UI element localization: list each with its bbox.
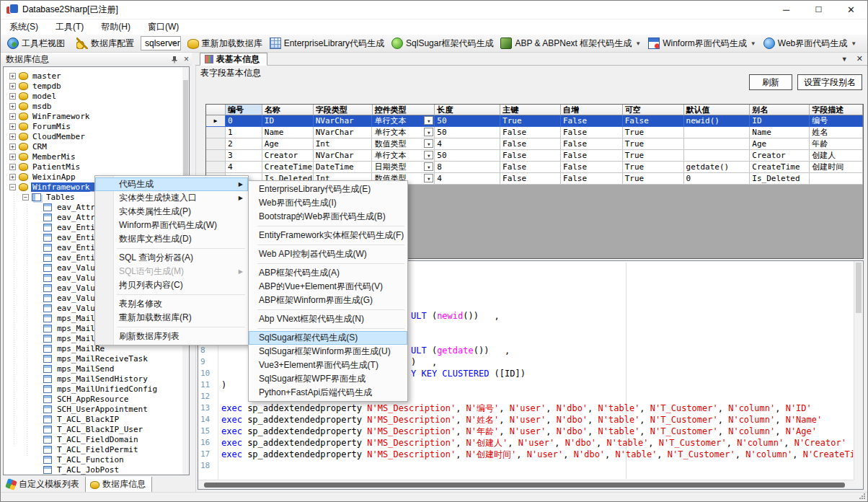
expand-icon[interactable]: + xyxy=(9,144,16,150)
context-menu-item-4[interactable]: 数据库文档生成(D) xyxy=(95,232,248,246)
panel-close-icon[interactable]: × xyxy=(184,54,189,64)
grid-col-控件类型[interactable]: 控件类型 xyxy=(373,105,435,115)
expand-icon[interactable]: + xyxy=(9,103,16,110)
tree-table-T_ACL_BlackIP[interactable]: T_ACL_BlackIP xyxy=(43,414,120,424)
menu-item-2[interactable]: 帮助(H) xyxy=(92,19,139,35)
toolbar-button-工具栏视图[interactable]: 工具栏视图 xyxy=(4,36,68,51)
control-type-dropdown[interactable]: ▼ xyxy=(424,128,433,136)
tree-table-SCH_UserAppointment[interactable]: SCH_UserAppointment xyxy=(43,404,149,414)
toolbar-button-Winform界面代码生成[interactable]: Winform界面代码生成▼ xyxy=(645,36,760,51)
tree-db-PatientMis[interactable]: +PatientMis xyxy=(9,162,81,172)
collapse-icon[interactable]: − xyxy=(22,194,29,201)
table-row-2[interactable]: 2AgeInt数值类型▼4FalseFalseTrueAge年龄 xyxy=(206,138,863,150)
context-menu-item-1[interactable]: 实体类生成快速入口▶ xyxy=(95,191,248,205)
expand-icon[interactable]: + xyxy=(9,174,16,180)
context-menu-item-6[interactable]: SQL 查询分析器(A) xyxy=(95,251,248,265)
tree-table-T_ACL_FieldPermit[interactable]: T_ACL_FieldPermit xyxy=(43,444,140,454)
tree-db-master[interactable]: +master xyxy=(9,71,63,81)
submenu-item-8[interactable]: ABP框架代码生成(A) xyxy=(249,266,407,280)
tab-table-info[interactable]: 表基本信息 xyxy=(200,53,267,66)
maximize-button[interactable]: ☐ xyxy=(802,1,835,19)
table-row-1[interactable]: 1NameNVarChar单行文本▼50FalseFalseTrueName姓名 xyxy=(206,127,863,138)
control-type-dropdown[interactable]: ▼ xyxy=(424,139,433,148)
context-menu-item-8[interactable]: 拷贝列表内容(C) xyxy=(95,278,248,292)
menu-item-1[interactable]: 工具(T) xyxy=(47,19,92,35)
grid-col-主键[interactable]: 主键 xyxy=(500,105,561,115)
expand-icon[interactable]: + xyxy=(9,73,16,79)
grid-row-header[interactable] xyxy=(206,105,226,115)
tree-db-CRM[interactable]: +CRM xyxy=(9,141,48,151)
resize-grip[interactable] xyxy=(859,493,866,500)
toolbar-button-Web界面代码生成[interactable]: Web界面代码生成▼ xyxy=(760,36,860,51)
submenu-item-10[interactable]: ABP框架Winform界面生成(G) xyxy=(249,294,407,307)
expand-icon[interactable]: + xyxy=(9,133,16,140)
toolbar-button-EnterpriseLibrary代码生成[interactable]: EnterpriseLibrary代码生成 xyxy=(266,36,388,51)
tree-table-T_ACL_Function[interactable]: T_ACL_Function xyxy=(43,454,125,464)
submenu-item-1[interactable]: Web界面代码生成(I) xyxy=(249,196,407,210)
tree-table-mps_MailSendHistory[interactable]: mps_MailSendHistory xyxy=(43,374,149,384)
tree-table-T_ACL_BlackIP_User[interactable]: T_ACL_BlackIP_User xyxy=(43,424,144,434)
grid-col-名称[interactable]: 名称 xyxy=(262,105,314,115)
tree-table-mps_MailReceiveTask[interactable]: mps_MailReceiveTask xyxy=(43,353,149,364)
sql-vscrollbar[interactable] xyxy=(854,261,863,480)
tree-tables-node[interactable]: −Tables xyxy=(22,192,76,202)
submenu-item-9[interactable]: ABP的Vue+Element界面代码(V) xyxy=(249,280,407,294)
grid-col-编号[interactable]: 编号 xyxy=(226,105,262,115)
table-row-4[interactable]: 4CreateTimeDateTime日期类型▼8FalseFalseTrueg… xyxy=(206,162,863,173)
control-type-dropdown[interactable]: ▼ xyxy=(424,151,433,159)
submenu-item-6[interactable]: Web API控制器代码生成(W) xyxy=(249,247,407,261)
context-menu-item-13[interactable]: 刷新数据库列表 xyxy=(95,330,248,343)
submenu-item-18[interactable]: Python+FastApi后端代码生成 xyxy=(249,386,407,400)
grid-col-字段类型[interactable]: 字段类型 xyxy=(314,105,373,115)
control-type-dropdown[interactable]: ▼ xyxy=(424,174,433,182)
tree-db-msdb[interactable]: +msdb xyxy=(9,101,53,111)
grid-col-默认值[interactable]: 默认值 xyxy=(684,105,750,115)
toolbar-button-ABP & ABPNext 框架代码生成[interactable]: ABP & ABPNext 框架代码生成▼ xyxy=(497,36,645,51)
context-menu-item-3[interactable]: Winform界面代码生成(W) xyxy=(95,219,248,232)
database-type-combo[interactable]: sqlserver▼ xyxy=(141,36,181,50)
context-menu-item-10[interactable]: 表别名修改 xyxy=(95,297,248,311)
tree-db-CloudMember[interactable]: +CloudMember xyxy=(9,131,87,141)
grid-col-别名[interactable]: 别名 xyxy=(750,105,810,115)
sql-hscrollbar[interactable] xyxy=(198,480,854,489)
toolbar-button-重新加载数据库[interactable]: 重新加载数据库 xyxy=(184,36,266,51)
expand-icon[interactable]: + xyxy=(9,83,16,89)
grid-col-字段描述[interactable]: 字段描述 xyxy=(810,105,863,115)
grid-col-长度[interactable]: 长度 xyxy=(435,105,500,115)
submenu-item-0[interactable]: EnterpriseLibrary代码生成(E) xyxy=(249,182,407,196)
tree-table-mps_MailSend[interactable]: mps_MailSend xyxy=(43,364,115,374)
context-menu-item-2[interactable]: 实体类属性生成(P) xyxy=(95,205,248,219)
context-menu-item-0[interactable]: 代码生成▶ xyxy=(95,177,248,191)
expand-icon[interactable]: + xyxy=(9,93,16,100)
toolbar-button-数据库配置[interactable]: 数据库配置 xyxy=(73,36,138,51)
submenu-item-12[interactable]: Abp VNext框架代码生成(N) xyxy=(249,312,407,326)
minimize-button[interactable]: ─ xyxy=(770,1,802,19)
submenu-item-17[interactable]: SqlSugar框架WPF界面生成 xyxy=(249,372,407,386)
tree-db-MemberMis[interactable]: +MemberMis xyxy=(9,151,77,162)
tree-db-tempdb[interactable]: +tempdb xyxy=(9,81,63,91)
expand-icon[interactable]: + xyxy=(9,164,16,170)
context-menu-item-7[interactable]: SQL语句生成(M)▶ xyxy=(95,265,248,278)
control-type-dropdown[interactable]: ▼ xyxy=(424,162,433,171)
chevron-down-icon[interactable]: ▼ xyxy=(841,54,848,63)
grid-col-可空[interactable]: 可空 xyxy=(623,105,684,115)
collapse-icon[interactable]: − xyxy=(9,184,16,190)
table-row-0[interactable]: ▶0IDNVarChar单行文本▼50TrueFalseFalsenewid()… xyxy=(206,115,863,127)
tab-database-info[interactable]: 数据库信息 xyxy=(85,477,152,493)
refresh-button[interactable]: 刷新 xyxy=(749,74,792,90)
expand-icon[interactable]: + xyxy=(9,113,16,120)
close-button[interactable]: ✕ xyxy=(835,1,867,19)
tree-db-ForumMis[interactable]: +ForumMis xyxy=(9,121,72,131)
table-row-3[interactable]: 3CreatorNVarChar单行文本▼50FalseFalseTrueCre… xyxy=(206,150,863,162)
menu-item-3[interactable]: 窗口(W) xyxy=(139,19,187,35)
toolbar-button-退出[interactable]: ✕退出 xyxy=(864,36,868,51)
tree-table-T_ACL_LoginLog[interactable]: T_ACL_LoginLog xyxy=(43,475,125,475)
control-type-dropdown[interactable]: ▼ xyxy=(424,116,433,125)
tree-table-T_ACL_FieldDomain[interactable]: T_ACL_FieldDomain xyxy=(43,434,140,444)
tree-table-T_ACL_JobPost[interactable]: T_ACL_JobPost xyxy=(43,464,120,475)
tab-custom-templates[interactable]: 自定义模板列表 xyxy=(2,477,85,493)
submenu-item-4[interactable]: EntityFramework实体框架代码生成(F) xyxy=(249,229,407,242)
submenu-item-14[interactable]: SqlSugar框架代码生成(S) xyxy=(249,331,407,345)
tree-db-model[interactable]: +model xyxy=(9,91,58,101)
tree-table-SCH_AppResource[interactable]: SCH_AppResource xyxy=(43,394,130,404)
